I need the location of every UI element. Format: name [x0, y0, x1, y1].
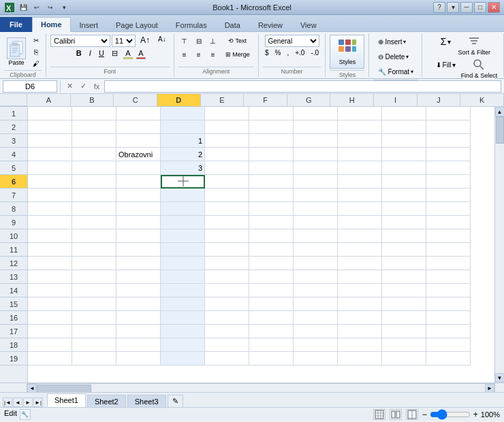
- cell-a14[interactable]: [28, 284, 72, 297]
- maximize-btn[interactable]: □: [474, 2, 486, 13]
- decrease-font-btn[interactable]: A↓: [155, 35, 170, 47]
- row-header-8[interactable]: 8: [0, 202, 27, 216]
- cell-c19[interactable]: [116, 352, 161, 366]
- cell-a10[interactable]: [28, 229, 72, 243]
- cell-b13[interactable]: [72, 270, 116, 284]
- cell-i5[interactable]: [382, 161, 426, 175]
- comma-btn[interactable]: ,: [284, 48, 292, 61]
- cell-j4[interactable]: [426, 148, 471, 161]
- cell-i3[interactable]: [382, 134, 426, 148]
- cell-g17[interactable]: [294, 325, 338, 338]
- function-btn[interactable]: fx: [91, 80, 103, 93]
- cell-c14[interactable]: [116, 284, 161, 297]
- cell-g13[interactable]: [294, 270, 338, 284]
- cell-b1[interactable]: [72, 107, 116, 120]
- cell-g1[interactable]: [294, 107, 338, 120]
- sheet-tab-2[interactable]: Sheet2: [87, 395, 126, 407]
- cell-b14[interactable]: [72, 284, 116, 297]
- cell-f5[interactable]: [249, 161, 294, 175]
- cell-d14[interactable]: [161, 284, 205, 297]
- bold-btn[interactable]: B: [73, 48, 85, 61]
- cell-a7[interactable]: [28, 189, 72, 202]
- cell-e17[interactable]: [205, 325, 249, 338]
- cell-g15[interactable]: [294, 297, 338, 311]
- cell-h5[interactable]: [338, 161, 382, 175]
- cell-e14[interactable]: [205, 284, 249, 297]
- cell-i14[interactable]: [382, 284, 426, 297]
- cell-j3[interactable]: [426, 134, 471, 148]
- cell-a4[interactable]: [28, 148, 72, 161]
- tab-home[interactable]: Home: [32, 17, 71, 32]
- cell-i2[interactable]: [382, 120, 426, 134]
- cell-d18[interactable]: [161, 338, 205, 352]
- row-header-18[interactable]: 18: [0, 338, 27, 352]
- cell-h4[interactable]: [338, 148, 382, 161]
- cell-a8[interactable]: [28, 202, 72, 216]
- cell-c13[interactable]: [116, 270, 161, 284]
- autosum-btn[interactable]: Σ ▾: [436, 35, 456, 48]
- scroll-v-track[interactable]: [496, 116, 504, 373]
- sort-filter-btn[interactable]: Sort & Filter: [458, 35, 490, 56]
- cell-a1[interactable]: [28, 107, 72, 120]
- cell-e5[interactable]: [205, 161, 249, 175]
- cell-f15[interactable]: [249, 297, 294, 311]
- cell-j1[interactable]: [426, 107, 471, 120]
- cell-j17[interactable]: [426, 325, 471, 338]
- align-left-btn[interactable]: ≡: [178, 48, 191, 61]
- row-header-1[interactable]: 1: [0, 107, 27, 120]
- minimize-btn[interactable]: ─: [460, 2, 473, 13]
- cell-d2[interactable]: [161, 120, 205, 134]
- cell-d8[interactable]: [161, 202, 205, 216]
- row-header-5[interactable]: 5: [0, 161, 27, 175]
- cell-b9[interactable]: [72, 216, 116, 229]
- zoom-in-btn[interactable]: +: [473, 410, 478, 419]
- cell-g6[interactable]: [294, 175, 338, 189]
- sheet-nav-next[interactable]: ►: [23, 397, 33, 407]
- cell-e8[interactable]: [205, 202, 249, 216]
- scroll-h-thumb[interactable]: [37, 385, 91, 393]
- row-header-9[interactable]: 9: [0, 216, 27, 229]
- cell-c4[interactable]: Obrazovni: [116, 148, 161, 161]
- cell-e12[interactable]: [205, 257, 249, 270]
- row-header-15[interactable]: 15: [0, 297, 27, 311]
- cell-i13[interactable]: [382, 270, 426, 284]
- cell-c17[interactable]: [116, 325, 161, 338]
- row-header-3[interactable]: 3: [0, 134, 27, 148]
- cell-c10[interactable]: [116, 229, 161, 243]
- normal-view-btn[interactable]: [373, 409, 385, 420]
- cell-h14[interactable]: [338, 284, 382, 297]
- cell-a5[interactable]: [28, 161, 72, 175]
- cell-j16[interactable]: [426, 311, 471, 325]
- align-middle-btn[interactable]: ⊟: [192, 35, 206, 47]
- cell-e19[interactable]: [205, 352, 249, 366]
- cell-a6[interactable]: [28, 175, 72, 189]
- cell-i7[interactable]: [382, 189, 426, 202]
- cell-i17[interactable]: [382, 325, 426, 338]
- cell-g2[interactable]: [294, 120, 338, 134]
- cell-a2[interactable]: [28, 120, 72, 134]
- cell-f9[interactable]: [249, 216, 294, 229]
- cell-j11[interactable]: [426, 243, 471, 257]
- align-bottom-btn[interactable]: ⊥: [206, 35, 220, 47]
- percent-btn[interactable]: %: [272, 48, 284, 61]
- col-header-j[interactable]: J: [418, 94, 461, 106]
- scroll-up-btn[interactable]: ▲: [495, 107, 505, 116]
- col-header-h[interactable]: H: [330, 94, 374, 106]
- cell-e7[interactable]: [205, 189, 249, 202]
- delete-cells-btn[interactable]: ⊖ Delete ▾: [373, 50, 418, 63]
- cell-c16[interactable]: [116, 311, 161, 325]
- cell-i9[interactable]: [382, 216, 426, 229]
- cell-d11[interactable]: [161, 243, 205, 257]
- cell-b8[interactable]: [72, 202, 116, 216]
- col-header-b[interactable]: B: [71, 94, 114, 106]
- row-header-11[interactable]: 11: [0, 243, 27, 257]
- scroll-down-btn[interactable]: ▼: [495, 373, 505, 383]
- cell-c18[interactable]: [116, 338, 161, 352]
- cell-d1[interactable]: [161, 107, 205, 120]
- cell-g8[interactable]: [294, 202, 338, 216]
- sheet-nav-first[interactable]: |◄: [3, 397, 12, 407]
- confirm-formula-btn[interactable]: ✓: [77, 80, 89, 93]
- cell-b4[interactable]: [72, 148, 116, 161]
- cell-i12[interactable]: [382, 257, 426, 270]
- cell-i4[interactable]: [382, 148, 426, 161]
